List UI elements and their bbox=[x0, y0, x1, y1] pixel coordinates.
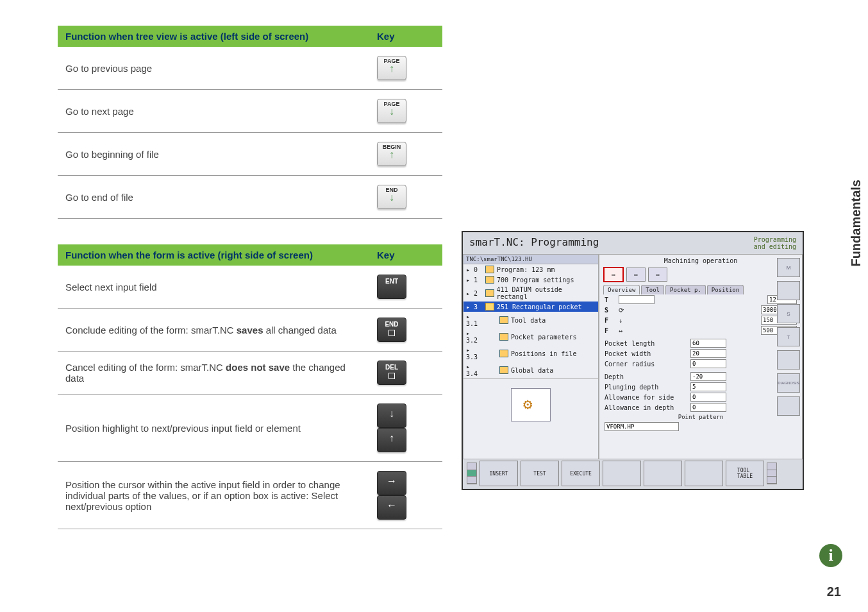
form-area[interactable]: Machining operation ▭ ▭ ▭ Overview Tool … bbox=[599, 254, 803, 459]
begin-key: BEGIN↑ bbox=[377, 142, 406, 166]
right-side-icons: M S T DIAGNOSIS bbox=[777, 258, 801, 416]
t1-header-func: Function when tree view is active (left … bbox=[58, 26, 369, 47]
sideicon-m[interactable]: M bbox=[777, 258, 800, 277]
tab-position[interactable]: Position bbox=[707, 285, 744, 294]
tree-row[interactable]: ▸ 3.4 Global data bbox=[463, 362, 598, 378]
t2-row1: Conclude editing of the form: smarT.NC s… bbox=[58, 309, 369, 352]
form-field[interactable] bbox=[690, 359, 726, 368]
t2-row3: Position highlight to next/previous inpu… bbox=[58, 395, 369, 462]
end-key: END↓ bbox=[377, 185, 406, 209]
form-field[interactable] bbox=[690, 349, 726, 358]
end-form-key: END bbox=[377, 318, 406, 342]
sk-5[interactable] bbox=[685, 461, 723, 486]
tree-row[interactable]: ▸ 3.2 Pocket parameters bbox=[463, 328, 598, 345]
sideicon-s[interactable]: S bbox=[777, 304, 800, 323]
arrow-up-key: ↑ bbox=[377, 428, 406, 452]
form-functions-table: Function when the form is active (right … bbox=[58, 244, 442, 529]
sk-3[interactable] bbox=[603, 461, 641, 486]
sk-execute[interactable]: EXECUTE bbox=[562, 461, 600, 486]
t2-row0: Select next input field bbox=[58, 266, 369, 309]
feed-plunge-icon: ↓ bbox=[619, 317, 622, 324]
softkey-pager-left[interactable] bbox=[467, 463, 477, 484]
sk-insert[interactable]: INSERT bbox=[480, 461, 518, 486]
op-icon-3[interactable]: ▭ bbox=[648, 268, 667, 282]
pattern-file[interactable] bbox=[605, 422, 679, 431]
form-field[interactable] bbox=[690, 403, 726, 412]
sideicon-diag[interactable]: DIAGNOSIS bbox=[777, 373, 800, 393]
form-header: Machining operation bbox=[601, 256, 801, 266]
t2-header-func: Function when the form is active (right … bbox=[58, 244, 369, 266]
sk-tooltable[interactable]: TOOL TABLE bbox=[726, 461, 764, 486]
t1-row2: Go to beginning of file bbox=[58, 133, 369, 176]
tree-row[interactable]: ▸ 3.1 Tool data bbox=[463, 312, 598, 328]
tree-row[interactable]: ▸ 3251 Rectangular pocket bbox=[463, 302, 598, 312]
form-field[interactable] bbox=[690, 339, 726, 348]
op-icon-1[interactable]: ▭ bbox=[603, 267, 624, 282]
feed-mill-icon: ↔ bbox=[619, 327, 622, 334]
sk-test[interactable]: TEST bbox=[521, 461, 559, 486]
arrow-right-key: → bbox=[377, 471, 406, 495]
point-pattern-label: Point pattern bbox=[601, 412, 801, 421]
tree-view-functions-table: Function when tree view is active (left … bbox=[58, 26, 442, 219]
shot-mode: Programmingand editing bbox=[754, 236, 796, 250]
arrow-left-key: ← bbox=[377, 495, 406, 520]
section-title: Fundamentals bbox=[849, 180, 864, 267]
softkey-row: INSERT TEST EXECUTE TOOL TABLE bbox=[464, 459, 801, 488]
cnc-screenshot: smarT.NC: Programming Programmingand edi… bbox=[462, 231, 804, 490]
tree-row[interactable]: ▸ 0Program: 123 mm bbox=[463, 264, 598, 275]
tree-row[interactable]: ▸ 1700 Program settings bbox=[463, 275, 598, 285]
program-tree[interactable]: TNC:\smarTNC\123.HU ▸ 0Program: 123 mm▸ … bbox=[463, 254, 599, 459]
field-t[interactable] bbox=[619, 295, 655, 304]
tab-pocket[interactable]: Pocket p. bbox=[665, 285, 706, 294]
spindle-icon: ⟳ bbox=[619, 307, 624, 314]
t2-row2: Cancel editing of the form: smarT.NC doe… bbox=[58, 352, 369, 395]
info-icon: i bbox=[819, 544, 842, 567]
ent-key: ENT bbox=[377, 275, 406, 299]
arrow-down-key: ↓ bbox=[377, 404, 406, 428]
tree-path: TNC:\smarTNC\123.HU bbox=[463, 255, 598, 264]
form-field[interactable] bbox=[690, 382, 726, 391]
page-number: 21 bbox=[827, 584, 841, 599]
op-icon-2[interactable]: ▭ bbox=[626, 268, 646, 282]
sk-4[interactable] bbox=[644, 461, 682, 486]
t1-row0: Go to previous page bbox=[58, 47, 369, 90]
form-field[interactable] bbox=[690, 372, 726, 381]
page-up-key: PAGE↑ bbox=[377, 56, 406, 80]
tree-row[interactable]: ▸ 3.3 Positions in file bbox=[463, 345, 598, 362]
tree-row[interactable]: ▸ 2411 DATUM outside rectangl bbox=[463, 285, 598, 302]
tree-preview bbox=[463, 378, 598, 430]
t1-row1: Go to next page bbox=[58, 90, 369, 133]
tab-overview[interactable]: Overview bbox=[603, 285, 640, 294]
sideicon-4[interactable] bbox=[777, 350, 800, 370]
form-field[interactable] bbox=[690, 393, 726, 402]
t2-row4: Position the cursor within the active in… bbox=[58, 462, 369, 529]
softkey-pager-right[interactable] bbox=[767, 463, 777, 484]
sideicon-t[interactable]: T bbox=[777, 327, 800, 346]
form-tabs[interactable]: Overview Tool Pocket p. Position bbox=[601, 284, 801, 294]
tab-tool[interactable]: Tool bbox=[641, 285, 664, 294]
sideicon-6[interactable] bbox=[777, 396, 800, 416]
page-down-key: PAGE↓ bbox=[377, 99, 406, 123]
del-key: DEL bbox=[377, 361, 406, 385]
t1-row3: Go to end of file bbox=[58, 176, 369, 219]
shot-title: smarT.NC: Programming bbox=[469, 236, 599, 250]
t2-header-key: Key bbox=[369, 244, 442, 266]
sideicon-1[interactable] bbox=[777, 281, 800, 300]
operation-icon-row[interactable]: ▭ ▭ ▭ bbox=[601, 266, 801, 284]
t1-header-key: Key bbox=[369, 26, 442, 47]
